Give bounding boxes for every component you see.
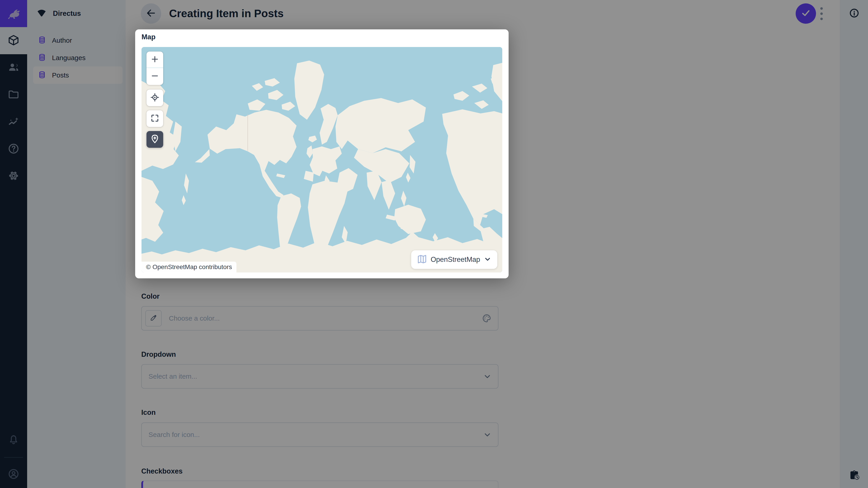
minus-icon [150,71,159,81]
zoom-out-button[interactable] [147,68,163,85]
fullscreen-icon [150,113,159,124]
fullscreen-control [147,110,163,127]
plus-icon [150,55,159,65]
map-layer-icon [417,254,427,265]
add-location-control [147,131,163,148]
add-location-button[interactable] [147,131,163,148]
basemap-selector[interactable]: OpenStreetMap [411,250,497,269]
fullscreen-button[interactable] [147,110,163,127]
map-canvas[interactable]: © OpenStreetMap contributors OpenStreetM… [142,47,502,272]
map-field-label: Map [142,33,156,41]
app-root: Directus Author [0,0,868,488]
map-field-card: Map [135,29,508,278]
geolocate-icon [150,93,160,103]
geolocate-button[interactable] [147,90,163,106]
geolocate-control [147,90,163,106]
zoom-in-button[interactable] [147,52,163,68]
pin-plus-icon [150,134,160,144]
chevron-down-icon [484,255,491,264]
zoom-control [147,52,163,85]
world-map [142,47,502,272]
map-attribution: © OpenStreetMap contributors [142,262,237,272]
basemap-label: OpenStreetMap [431,256,480,264]
